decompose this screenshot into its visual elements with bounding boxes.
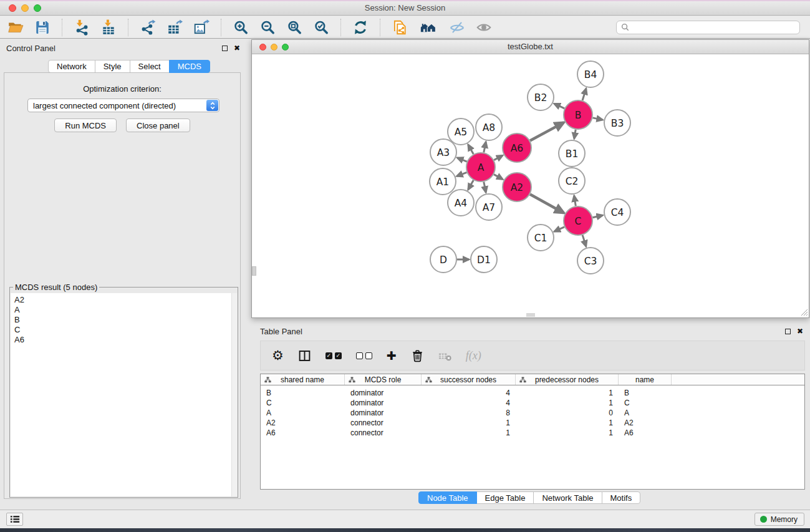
table-cell[interactable]: A [619, 408, 672, 418]
clone-network-button[interactable] [390, 18, 409, 37]
tab-select[interactable]: Select [130, 60, 170, 73]
node-A7[interactable]: A7 [476, 194, 502, 220]
add-column-icon[interactable]: ✚ [387, 349, 397, 363]
node-A8[interactable]: A8 [476, 114, 502, 140]
table-row[interactable]: A6connector11A6 [261, 428, 804, 438]
table-cell[interactable]: 1 [516, 388, 619, 398]
horizontal-scrollbar-handle[interactable] [526, 313, 535, 317]
tab-node-table[interactable]: Node Table [418, 491, 477, 504]
hide-selected-button[interactable] [448, 18, 466, 37]
split-columns-icon[interactable] [298, 349, 311, 362]
network-window-titlebar[interactable]: testGlobe.txt [252, 40, 809, 54]
tab-style[interactable]: Style [95, 60, 130, 73]
delete-table-icon[interactable] [438, 349, 451, 362]
table-cell[interactable]: C [619, 398, 672, 408]
table-cell[interactable]: 8 [422, 408, 516, 418]
close-table-panel-icon[interactable]: ✖ [797, 327, 803, 335]
table-cell[interactable]: 1 [422, 418, 516, 428]
vertical-scrollbar-handle[interactable] [252, 266, 256, 276]
table-cell[interactable]: 4 [422, 398, 516, 408]
close-window-button[interactable] [9, 4, 16, 12]
tab-mcds[interactable]: MCDS [169, 60, 210, 73]
function-builder-icon[interactable]: f(x) [466, 349, 481, 362]
resize-grip[interactable] [799, 307, 808, 316]
export-network-button[interactable] [138, 18, 157, 37]
float-panel-icon[interactable] [222, 46, 228, 51]
table-cell[interactable]: 1 [422, 428, 516, 438]
edge-A6-B[interactable] [530, 122, 564, 140]
table-cell[interactable]: C [261, 398, 345, 408]
fullscreen-window-button[interactable] [34, 4, 41, 12]
node-A6[interactable]: A6 [503, 133, 531, 162]
network-canvas[interactable]: AA1A2A3A4A5A6A7A8BB1B2B3B4CC1C2C3C4DD1 [252, 54, 809, 317]
network-graph[interactable]: AA1A2A3A4A5A6A7A8BB1B2B3B4CC1C2C3C4DD1 [252, 54, 809, 317]
home-button[interactable] [417, 18, 440, 37]
edge-A-A7[interactable] [484, 182, 486, 193]
edge-A-A8[interactable] [484, 142, 486, 153]
column-header-MCDS-role[interactable]: MCDS role [345, 374, 422, 385]
float-table-panel-icon[interactable] [785, 329, 791, 334]
refresh-view-button[interactable] [351, 18, 370, 37]
edge-A-A3[interactable] [457, 158, 466, 162]
edge-A-A1[interactable] [456, 172, 466, 176]
node-C[interactable]: C [564, 206, 592, 235]
table-cell[interactable]: A6 [619, 428, 672, 438]
tab-edge-table[interactable]: Edge Table [476, 491, 534, 504]
table-cell[interactable]: dominator [345, 388, 422, 398]
deselect-all-checkboxes-icon[interactable] [356, 352, 372, 359]
table-cell[interactable]: 1 [516, 428, 619, 438]
task-history-button[interactable] [6, 513, 23, 526]
table-cell[interactable]: dominator [345, 408, 422, 418]
node-D[interactable]: D [430, 246, 456, 273]
zoom-out-button[interactable] [258, 18, 277, 37]
edge-A-A2[interactable] [494, 175, 503, 180]
memory-button[interactable]: Memory [755, 513, 804, 526]
zoom-in-button[interactable] [231, 18, 250, 37]
node-B4[interactable]: B4 [577, 61, 604, 87]
node-A5[interactable]: A5 [448, 118, 474, 145]
node-B3[interactable]: B3 [604, 110, 630, 136]
select-all-checkboxes-icon[interactable]: ✓✓ [325, 352, 342, 359]
search-field[interactable] [616, 21, 800, 34]
tab-motifs[interactable]: Motifs [602, 491, 641, 504]
table-cell[interactable]: connector [345, 418, 422, 428]
save-session-button[interactable] [33, 18, 52, 37]
export-image-button[interactable] [192, 18, 211, 37]
optimization-criterion-select[interactable]: largest connected component (directed) [27, 99, 219, 112]
maximize-network-button[interactable] [282, 44, 289, 51]
edge-C-C3[interactable] [582, 235, 586, 246]
table-cell[interactable]: 4 [422, 388, 516, 398]
table-cell[interactable]: A6 [261, 428, 345, 438]
table-cell[interactable]: 1 [516, 418, 619, 428]
close-panel-button[interactable]: Close panel [126, 118, 190, 132]
run-mcds-button[interactable]: Run MCDS [54, 118, 117, 132]
column-header-name[interactable]: name [619, 374, 672, 385]
node-B2[interactable]: B2 [528, 84, 554, 110]
node-C4[interactable]: C4 [604, 199, 630, 225]
edge-A-A6[interactable] [494, 155, 503, 160]
export-table-button[interactable] [165, 18, 184, 37]
node-A3[interactable]: A3 [430, 139, 456, 165]
delete-column-icon[interactable] [411, 349, 424, 362]
tab-network-table[interactable]: Network Table [533, 491, 602, 504]
search-input[interactable] [632, 23, 795, 32]
edge-B-B1[interactable] [574, 130, 576, 139]
table-cell[interactable]: dominator [345, 398, 422, 408]
node-C1[interactable]: C1 [528, 225, 554, 251]
result-scrollbar[interactable] [231, 293, 237, 496]
close-panel-icon[interactable]: ✖ [234, 44, 240, 52]
edge-A-A4[interactable] [468, 180, 474, 190]
edge-C-C4[interactable] [592, 215, 602, 218]
gear-icon[interactable]: ⚙ [272, 349, 284, 362]
column-header-predecessor-nodes[interactable]: predecessor nodes [516, 374, 619, 385]
import-table-button[interactable] [99, 18, 118, 37]
edge-C-C2[interactable] [574, 196, 576, 206]
node-A1[interactable]: A1 [430, 168, 456, 195]
import-network-button[interactable] [72, 18, 91, 37]
edge-C-C1[interactable] [554, 227, 564, 231]
node-B[interactable]: B [564, 100, 592, 129]
close-network-button[interactable] [259, 44, 266, 51]
edge-A2-C[interactable] [530, 195, 564, 213]
node-C3[interactable]: C3 [577, 248, 604, 274]
edge-B-B3[interactable] [593, 118, 603, 120]
